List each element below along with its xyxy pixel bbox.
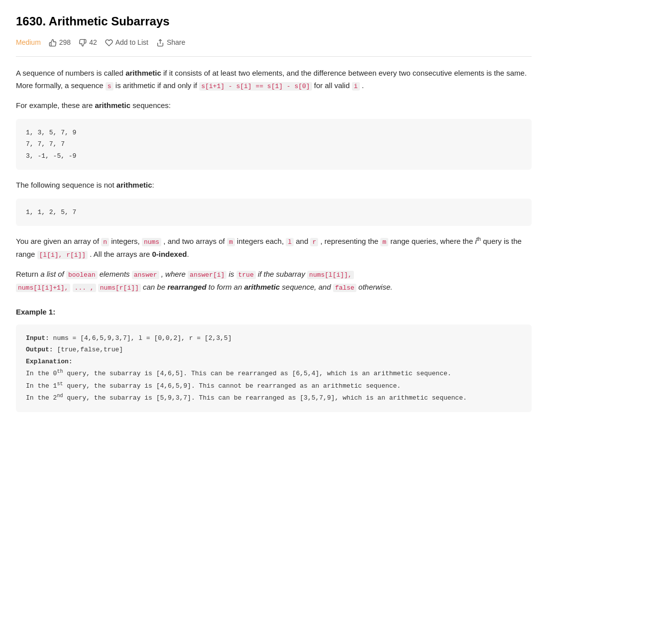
nums-l1-code: nums[l[i]+1],: [16, 284, 70, 292]
example-1-section: Example 1: Input: nums = [4,6,5,9,3,7], …: [16, 306, 532, 412]
zero-indexed-bold: 0-indexed: [152, 250, 187, 258]
arithmetic-bold-1: arithmetic: [125, 69, 161, 77]
th-sup: th: [477, 236, 481, 242]
formula-code: s[i+1] - s[i] == s[1] - s[0]: [199, 82, 312, 91]
example-explanation-label: Explanation:: [26, 356, 522, 367]
heart-icon: [105, 39, 113, 47]
nums-code: nums: [142, 238, 161, 246]
rearranged-bold: rearranged: [167, 283, 206, 291]
example-intro-paragraph: For example, these are arithmetic sequen…: [16, 99, 532, 112]
problem-title: 1630. Arithmetic Subarrays: [16, 12, 532, 31]
example-explanation-2: In the 2nd query, the subarray is [5,9,3…: [26, 392, 522, 404]
true-code: true: [236, 271, 256, 279]
example-explanation-1: In the 1st query, the subarray is [4,6,5…: [26, 380, 522, 392]
l-code: l: [286, 238, 294, 246]
answer-i-code: answer[i]: [188, 271, 226, 279]
thumbs-down-icon: [79, 39, 87, 47]
return-italic-5: if the subarray: [258, 270, 305, 278]
n-code: n: [101, 238, 109, 246]
return-paragraph: Return a list of boolean elements answer…: [16, 268, 532, 294]
arithmetic-bold-4: arithmetic: [244, 283, 280, 291]
false-code: false: [333, 284, 356, 292]
return-italic-6: can be rearranged to form an arithmetic …: [143, 283, 331, 291]
meta-bar: Medium 298 42 Add to List Share: [16, 37, 532, 56]
range-code: [l[i], r[i]]: [37, 251, 88, 259]
not-arithmetic-paragraph: The following sequence is not arithmetic…: [16, 179, 532, 192]
ellipsis-code: ... ,: [73, 284, 96, 292]
example-output-line: Output: [true,false,true]: [26, 344, 522, 355]
sup-1: st: [57, 381, 63, 387]
arithmetic-bold-3: arithmetic: [116, 181, 152, 189]
explanation-label: Explanation:: [26, 358, 73, 365]
return-italic-1: a list of: [40, 270, 64, 278]
downvote-count: 42: [89, 37, 97, 48]
add-to-list-label: Add to List: [115, 37, 148, 48]
return-italic-4: is: [228, 270, 234, 278]
arithmetic-bold-2: arithmetic: [95, 101, 130, 109]
s-code: s: [106, 82, 113, 91]
boolean-code: boolean: [66, 271, 98, 279]
return-italic-2: elements: [100, 270, 130, 278]
m-code-2: m: [380, 238, 388, 246]
answer-code: answer: [132, 271, 159, 279]
upvote-count: 298: [59, 37, 71, 48]
not-arithmetic-block: 1, 1, 2, 5, 7: [16, 199, 532, 226]
difficulty-badge: Medium: [16, 37, 41, 48]
nums-r-code: nums[r[i]]: [98, 284, 141, 292]
thumbs-up-icon: [49, 39, 57, 47]
return-italic-9: otherwise.: [358, 283, 392, 291]
problem-description: A sequence of numbers is called arithmet…: [16, 67, 532, 294]
upvote-button[interactable]: 298: [49, 37, 71, 48]
example-1-block: Input: nums = [4,6,5,9,3,7], l = [0,0,2]…: [16, 324, 532, 412]
r-code: r: [310, 238, 318, 246]
not-sequence-line-1: 1, 1, 2, 5, 7: [26, 207, 522, 218]
example-explanation-0: In the 0th query, the subarray is [4,6,5…: [26, 367, 522, 380]
output-label: Output:: [26, 346, 53, 353]
sup-0: th: [57, 369, 63, 374]
arithmetic-sequences-block: 1, 3, 5, 7, 9 7, 7, 7, 7 3, -1, -5, -9: [16, 119, 532, 170]
share-label: Share: [167, 37, 185, 48]
sequence-line-2: 7, 7, 7, 7: [26, 138, 522, 150]
m-code: m: [227, 238, 235, 246]
downvote-button[interactable]: 42: [79, 37, 97, 48]
share-button[interactable]: Share: [156, 37, 185, 48]
example-input-line: Input: nums = [4,6,5,9,3,7], l = [0,0,2]…: [26, 332, 522, 344]
share-icon: [156, 39, 164, 47]
given-paragraph: You are given an array of n integers, nu…: [16, 235, 532, 261]
sequence-line-1: 1, 3, 5, 7, 9: [26, 127, 522, 138]
add-to-list-button[interactable]: Add to List: [105, 37, 148, 48]
description-paragraph-1: A sequence of numbers is called arithmet…: [16, 67, 532, 93]
input-label: Input:: [26, 334, 49, 342]
sequence-line-3: 3, -1, -5, -9: [26, 150, 522, 162]
example-1-title: Example 1:: [16, 306, 532, 319]
sup-2: nd: [57, 393, 63, 399]
nums-l-code: nums[l[i]],: [307, 271, 354, 279]
return-italic-3: , where: [161, 270, 186, 278]
i-code: i: [352, 82, 360, 91]
